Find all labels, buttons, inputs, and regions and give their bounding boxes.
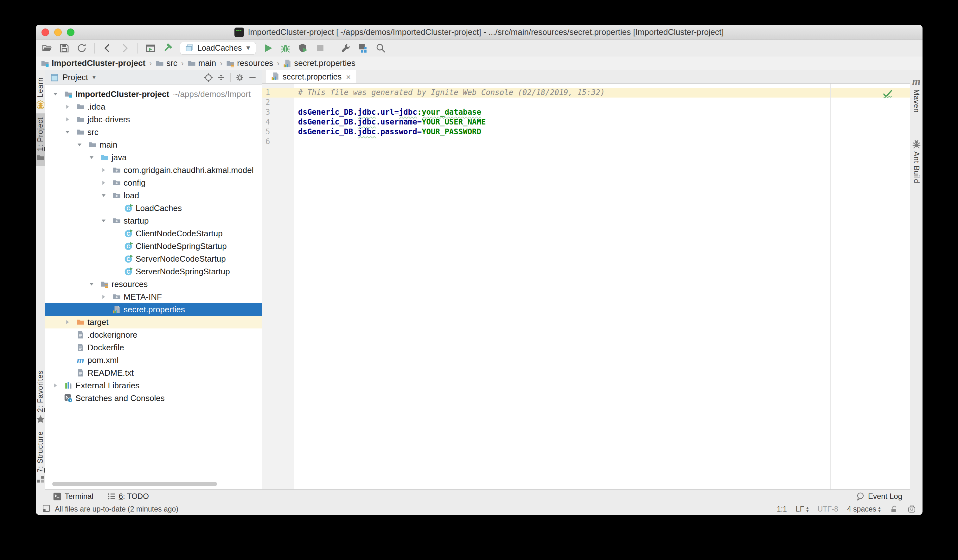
- tree-item-servernodespringstartup[interactable]: CServerNodeSpringStartup: [45, 265, 262, 278]
- svg-text:C: C: [126, 231, 130, 237]
- expander-closed-icon[interactable]: [100, 167, 107, 174]
- locate-icon[interactable]: [204, 73, 213, 82]
- tree-item-jdbc-drivers[interactable]: jdbc-drivers: [45, 113, 262, 126]
- tree-item-resources[interactable]: resources: [45, 278, 262, 290]
- tree-item-clientnodespringstartup[interactable]: CClientNodeSpringStartup: [45, 240, 262, 252]
- tree-item-importedcluster-project[interactable]: ImportedCluster-project~/apps/demos/Impo…: [45, 88, 262, 100]
- code-segment: =: [417, 117, 422, 126]
- tree-item-startup[interactable]: startup: [45, 214, 262, 227]
- stripe-button-ant-build[interactable]: Ant Build: [910, 136, 923, 187]
- chevron-down-icon[interactable]: ▼: [91, 74, 97, 81]
- coverage-icon[interactable]: [297, 43, 308, 54]
- lock-open-icon[interactable]: [890, 505, 898, 514]
- tree-item--idea[interactable]: .idea: [45, 100, 262, 113]
- debug-icon[interactable]: [280, 43, 291, 54]
- expander-closed-icon[interactable]: [64, 103, 71, 110]
- editor-content[interactable]: 1# This file was generated by Ignite Web…: [262, 84, 910, 489]
- toolwindow-button-terminal[interactable]: Terminal: [53, 492, 94, 501]
- expander-open-icon[interactable]: [88, 281, 95, 287]
- line-number: 2: [265, 98, 288, 107]
- robot-face-icon[interactable]: [907, 505, 916, 514]
- stripe-button-1-project[interactable]: 1: Project: [36, 113, 45, 166]
- tree-item-java[interactable]: java: [45, 151, 262, 164]
- tree-item-config[interactable]: config: [45, 176, 262, 189]
- tree-item-meta-inf[interactable]: META-INF: [45, 290, 262, 303]
- tree-item-src[interactable]: src: [45, 126, 262, 138]
- breadcrumb-label: src: [167, 58, 178, 68]
- tree-item-target[interactable]: target: [45, 316, 262, 328]
- tree-item-main[interactable]: main: [45, 138, 262, 151]
- expander-closed-icon[interactable]: [64, 116, 71, 123]
- inspections-ok-icon[interactable]: [882, 88, 893, 100]
- expander-closed-icon[interactable]: [52, 382, 59, 389]
- tab-secret-properties[interactable]: secret.properties ×: [266, 70, 356, 83]
- close-window-button[interactable]: [41, 29, 49, 36]
- properties-file-icon: [271, 72, 279, 82]
- expander-closed-icon[interactable]: [100, 293, 107, 300]
- tree-item-load[interactable]: load: [45, 189, 262, 202]
- stripe-button-maven[interactable]: mMaven: [910, 72, 923, 117]
- breadcrumb-item[interactable]: resources: [226, 58, 273, 68]
- run-window-icon[interactable]: [145, 43, 156, 54]
- stripe-button-2-favorites[interactable]: 2: Favorites: [36, 366, 45, 427]
- header-separator: [230, 73, 231, 82]
- minimize-icon[interactable]: [248, 73, 257, 82]
- breadcrumb-item[interactable]: ImportedCluster-project: [41, 58, 145, 68]
- toolbar-separator: [333, 43, 333, 54]
- collapse-all-icon[interactable]: [216, 73, 226, 82]
- back-icon[interactable]: [102, 43, 113, 54]
- expander-open-icon[interactable]: [100, 217, 107, 224]
- tree-item-clientnodecodestartup[interactable]: CClientNodeCodeStartup: [45, 227, 262, 240]
- run-configuration-select[interactable]: LoadCaches▼: [180, 42, 256, 54]
- breadcrumb-separator: ›: [220, 59, 222, 68]
- expander-open-icon[interactable]: [52, 90, 59, 98]
- breadcrumb-label: resources: [237, 58, 273, 68]
- tree-item-readme-txt[interactable]: README.txt: [45, 366, 262, 379]
- close-tab-icon[interactable]: ×: [346, 73, 351, 81]
- editor-area: secret.properties × 1# This file was gen…: [262, 70, 910, 489]
- expander-closed-icon[interactable]: [100, 179, 107, 186]
- stripe-button-7-structure[interactable]: 7: Structure: [36, 427, 45, 487]
- tree-item-secret-properties[interactable]: secret.properties: [45, 303, 262, 316]
- expander-open-icon[interactable]: [76, 141, 83, 148]
- tools-icon[interactable]: [341, 43, 351, 54]
- toolwindow-button-event-log[interactable]: Event Log: [856, 492, 902, 501]
- zoom-window-button[interactable]: [67, 29, 75, 36]
- expander-open-icon[interactable]: [88, 154, 95, 161]
- stripe-button-learn[interactable]: Learn: [36, 73, 45, 113]
- tree-item-external-libraries[interactable]: External Libraries: [45, 379, 262, 392]
- chevron-down-icon: ▼: [245, 44, 251, 52]
- gear-icon[interactable]: [235, 73, 244, 82]
- status-item-utf-8[interactable]: UTF-8: [818, 505, 838, 514]
- toolwindow-switcher-icon[interactable]: [42, 504, 50, 514]
- tree-item-loadcaches[interactable]: CLoadCaches: [45, 202, 262, 214]
- search-icon[interactable]: [376, 43, 386, 54]
- tree-item-scratches-and-consoles[interactable]: Scratches and Consoles: [45, 392, 262, 405]
- forward-icon[interactable]: [119, 43, 130, 54]
- tree-item-dockerfile[interactable]: Dockerfile: [45, 341, 262, 354]
- tree-item-servernodecodestartup[interactable]: CServerNodeCodeStartup: [45, 252, 262, 265]
- expander-open-icon[interactable]: [64, 128, 71, 136]
- minimize-window-button[interactable]: [54, 29, 62, 36]
- project-tree-hscrollbar: [45, 481, 262, 487]
- tree-item--dockerignore[interactable]: .dockerignore: [45, 328, 262, 341]
- expander-closed-icon[interactable]: [64, 319, 71, 325]
- sync-icon[interactable]: [76, 43, 87, 54]
- project-structure-icon[interactable]: [358, 43, 369, 54]
- toolwindow-button-6-todo[interactable]: 6: TODO: [107, 492, 149, 501]
- status-item-4-spaces[interactable]: 4 spaces▴▾: [847, 505, 881, 514]
- run-icon[interactable]: [263, 43, 273, 54]
- tree-item-com-gridgain-chaudhri-akmal-model[interactable]: com.gridgain.chaudhri.akmal.model: [45, 164, 262, 176]
- tree-item-label: README.txt: [87, 368, 134, 378]
- tree-item-pom-xml[interactable]: mpom.xml: [45, 354, 262, 366]
- build-hammer-icon[interactable]: [163, 43, 173, 54]
- breadcrumb-item[interactable]: secret.properties: [283, 58, 355, 68]
- hscrollbar-thumb[interactable]: [52, 482, 217, 486]
- expander-open-icon[interactable]: [100, 192, 107, 199]
- breadcrumb-item[interactable]: src: [155, 58, 178, 68]
- save-icon[interactable]: [59, 43, 70, 54]
- package-icon: [112, 292, 121, 301]
- status-item-lf[interactable]: LF▴▾: [796, 505, 809, 514]
- open-icon[interactable]: [41, 43, 52, 54]
- breadcrumb-item[interactable]: main: [187, 58, 216, 68]
